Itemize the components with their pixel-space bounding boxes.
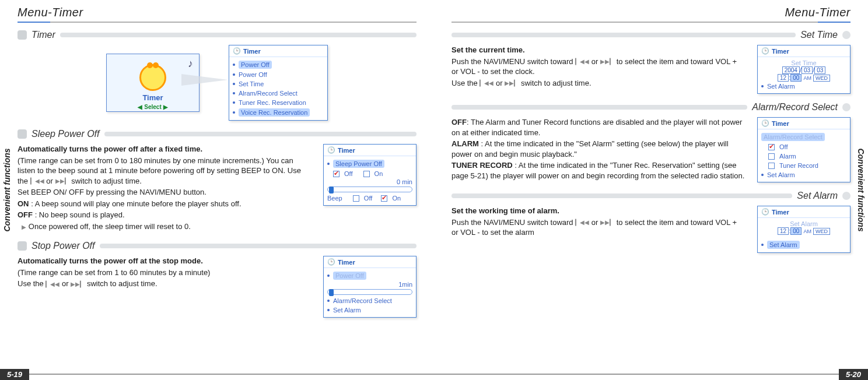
or-text: or: [592, 218, 598, 227]
stop-bold: Automatically turns the power off at the…: [18, 256, 203, 265]
section-title: Timer: [32, 30, 55, 40]
slider-thumb: [329, 289, 334, 296]
alarmrec-text: OFF: The Alarm and Tuner Record function…: [452, 117, 746, 182]
wday: WED: [813, 228, 830, 235]
date-d: 03: [814, 66, 825, 74]
ss-item: Power Off: [239, 61, 272, 69]
footer-line: [434, 374, 839, 375]
or-text: or: [592, 57, 598, 66]
next-icon: ▶▶▎: [505, 79, 519, 87]
section-title: Set Time: [800, 30, 838, 40]
checkbox-icon: [768, 144, 775, 150]
music-note-icon: ♪: [188, 58, 193, 70]
section-title: Set Alarm: [797, 191, 838, 201]
stop-p2b: switch to adjust time.: [87, 279, 158, 288]
prev-icon: ▎◀◀: [46, 280, 60, 288]
section-head-timer: Timer: [18, 30, 416, 40]
p1a: Push the NAVI/MENU switch toward: [452, 218, 573, 227]
ss-header: 🕒 Timer: [758, 45, 850, 57]
section-head-sleep: Sleep Power Off: [18, 129, 416, 139]
next-icon: ▶▶▎: [55, 177, 69, 185]
top-rule-left: [18, 22, 416, 23]
ss-body: Power Off 1min Alarm/Record Select Set A…: [324, 268, 416, 317]
alarm-label: ALARM: [452, 139, 479, 148]
checkbox-icon: [353, 195, 359, 202]
section-bullet: [18, 129, 27, 139]
section-stop: Stop Power Off Automatically turns the p…: [18, 241, 416, 318]
ss-min: 0 min: [327, 178, 412, 185]
ss-item: Set Alarm: [333, 307, 361, 314]
ampm: AM: [803, 228, 811, 234]
ss-body: Set Alarm 12:00 AM WED Set Alarm: [758, 218, 850, 252]
prev-icon: ▎◀◀: [575, 219, 589, 227]
ss-body: Sleep Power Off Off On 0 min Beep Off On: [324, 156, 416, 205]
ss-item: Set Time: [239, 80, 264, 87]
section-line: [100, 244, 417, 248]
wday: WED: [813, 75, 830, 82]
ss-on: On: [374, 170, 383, 177]
alarmrec-screenshot: 🕒 Timer Alarm/Record Select Off Alarm Tu…: [757, 117, 850, 182]
section-title: Alarm/Record Select: [752, 102, 838, 112]
section-line: [60, 33, 416, 37]
settime-text: Set the current time. Push the NAVI/MENU…: [452, 45, 746, 89]
timer-figure-row: ♪ Timer ◀ Select ▶ 🕒 Timer Power Off Pow…: [18, 45, 416, 121]
next-icon: ▶▶▎: [600, 219, 614, 227]
off-text: : The Alarm and Tuner Record functions a…: [452, 118, 742, 137]
slider: [327, 187, 412, 192]
section-alarmrec: Alarm/Record Select OFF: The Alarm and T…: [452, 102, 850, 182]
top-rule-right: [452, 22, 850, 23]
ss-header-label: Timer: [772, 48, 789, 55]
footer-right: 5-20: [434, 368, 868, 380]
ss-body: Set Time 2004/03/03 12:00 AM WED Set Ala…: [758, 57, 850, 93]
ampm: AM: [803, 75, 811, 81]
page-right: Menu-Timer Set Time Set the current time…: [434, 0, 868, 380]
tuner-label: TUNER RECORD: [452, 161, 513, 170]
ss-bon: On: [392, 195, 401, 202]
ss-off: Off: [344, 170, 352, 177]
sleep-p2: Set BEEP ON/ OFF by pressing the NAVI/ME…: [18, 187, 312, 198]
ss-item: Set Alarm: [767, 241, 800, 249]
page-number-right: 5-20: [839, 369, 868, 380]
section-head-setalarm: Set Alarm: [452, 191, 850, 201]
ss-item: Power Off: [239, 71, 267, 78]
sleep-screenshot: 🕒 Timer Sleep Power Off Off On 0 min Bee…: [323, 144, 416, 206]
opt: Tuner Record: [779, 162, 818, 169]
ss-item: Alarm/Record Select: [333, 297, 392, 304]
side-label-right: Convenient functions: [856, 148, 866, 231]
page-title-right: Menu-Timer: [452, 6, 850, 19]
ss-body: Alarm/Record Select Off Alarm Tuner Reco…: [758, 129, 850, 182]
p2b: switch to adjust time.: [521, 79, 592, 87]
off-text: : No beep sound is played.: [35, 210, 125, 219]
ss-item: Set Alarm: [767, 83, 795, 90]
sleep-bold: Automatically turns the power off after …: [18, 145, 202, 153]
ss-min: 1min: [327, 281, 412, 288]
slider: [327, 289, 412, 295]
ss-header-label: Timer: [772, 120, 789, 127]
ss-header-label: Timer: [338, 147, 355, 154]
ss-header: 🕒 Timer: [758, 206, 850, 218]
time-m: 00: [790, 227, 802, 235]
ss-item: Alarm/Record Select: [761, 133, 825, 141]
ss-item: Tuner Rec. Reservation: [239, 99, 306, 106]
prev-icon: ▎◀◀: [480, 79, 494, 87]
footer-left: 5-19: [0, 368, 434, 380]
sleep-p1b: switch to adjust time.: [71, 177, 142, 185]
next-icon: ▶▶▎: [71, 280, 85, 288]
time-m: 00: [790, 74, 802, 82]
or-text: or: [496, 79, 503, 87]
off-label: OFF: [452, 118, 467, 126]
opt: Alarm: [779, 153, 796, 160]
setalarm-bold: Set the working time of alarm.: [452, 206, 559, 215]
section-title: Stop Power Off: [32, 241, 95, 251]
ss-item: Set Time: [761, 59, 846, 66]
section-head-stop: Stop Power Off: [18, 241, 416, 251]
section-head-settime: Set Time: [452, 30, 850, 40]
ss-header-label: Timer: [772, 209, 789, 216]
ss-item: Alram/Record Select: [239, 90, 298, 97]
or-text: or: [62, 279, 69, 288]
section-line: [452, 33, 796, 37]
stop-text: Automatically turns the power off at the…: [18, 256, 312, 290]
stop-p2a: Use the: [18, 279, 44, 288]
setalarm-screenshot: 🕒 Timer Set Alarm 12:00 AM WED Set Alarm: [757, 206, 850, 253]
opt: Off: [779, 143, 788, 150]
